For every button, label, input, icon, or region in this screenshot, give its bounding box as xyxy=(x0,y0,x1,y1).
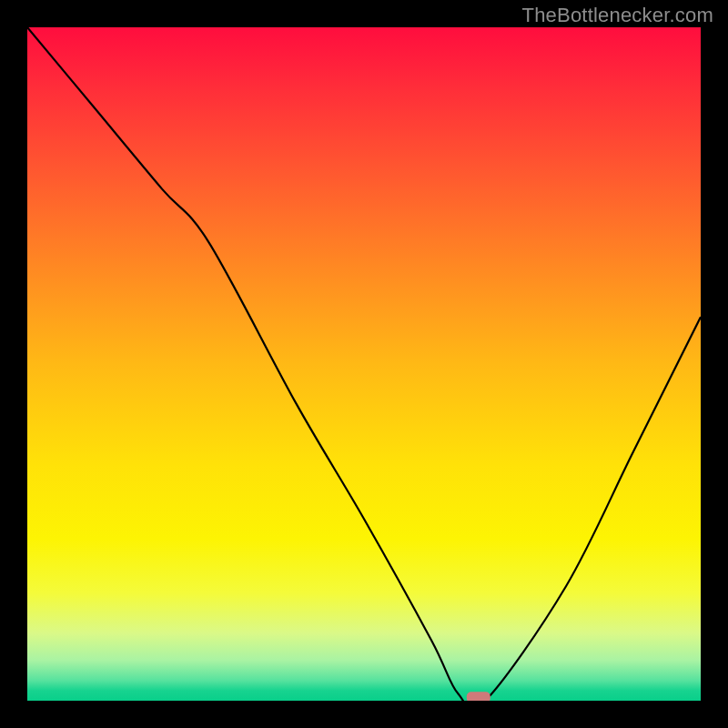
bottleneck-curve-line xyxy=(27,27,701,701)
target-marker xyxy=(467,692,490,701)
chart-svg xyxy=(27,27,701,701)
watermark-text: TheBottlenecker.com xyxy=(522,4,713,27)
chart-plot-area xyxy=(27,27,701,701)
chart-container: TheBottlenecker.com xyxy=(0,0,728,728)
